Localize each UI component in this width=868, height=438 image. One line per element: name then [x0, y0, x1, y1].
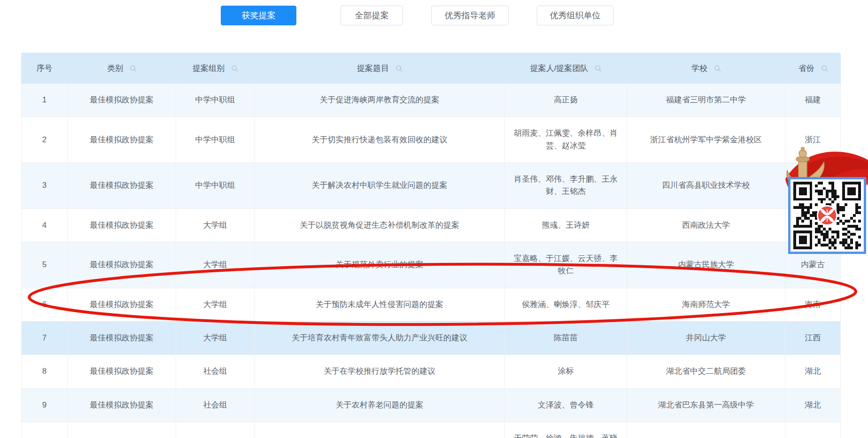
column-header: 序号: [21, 53, 68, 84]
table-cell: 8: [21, 355, 68, 388]
table-cell: 胡雨麦、江佩雯、余梓昂、肖芸、赵冰莹: [505, 117, 627, 163]
table-cell: 熊彧、王诗妍: [505, 209, 627, 242]
table-cell: 最佳模拟政协提案: [68, 209, 176, 242]
table-row: 8最佳模拟政协提案社会组关于在学校推行放学托管的建议涂标湖北省中交二航局团委湖北: [21, 355, 841, 388]
table-row: 6最佳模拟政协提案大学组关于预防未成年人性侵害问题的提案侯雅涵、喇焕淳、邹庆平海…: [21, 288, 841, 322]
table-cell: 侯雅涵、喇焕淳、邹庆平: [505, 288, 627, 322]
search-icon[interactable]: [130, 65, 137, 72]
table-header-row: 序号类别提案组别提案题目提案人/提案团队学校省份: [21, 53, 841, 84]
table-cell: 最佳模拟政协提案: [68, 84, 176, 117]
table-cell: 中学中职组: [176, 84, 255, 117]
table-cell: 浙江: [785, 422, 841, 438]
search-icon[interactable]: [395, 65, 403, 72]
table-cell: 大学组: [176, 242, 255, 288]
search-icon[interactable]: [714, 65, 721, 72]
table-cell: 7: [21, 322, 68, 355]
search-icon[interactable]: [595, 65, 602, 72]
table-cell: 湖北: [785, 389, 841, 422]
table-cell: 关于在学校推行放学托管的建议: [255, 355, 505, 388]
column-label: 提案人/提案团队: [530, 63, 589, 74]
table-row: 3最佳模拟政协提案中学中职组关于解决农村中职学生就业问题的提案肖圣伟、邓伟、李升…: [21, 163, 841, 209]
table-cell: 于莹莹、徐鸿、朱祖德、蒋晓倩: [505, 422, 627, 438]
table-row: 4最佳模拟政协提案大学组关于以脱贫视角促进生态补偿机制改革的提案熊彧、王诗妍西南…: [21, 209, 841, 242]
table-cell: 最佳模拟政协提案: [68, 242, 176, 288]
table-cell: 5: [21, 242, 68, 288]
table-cell: 6: [21, 288, 68, 322]
table-cell: 江西: [785, 322, 841, 355]
tab-bar: 获奖提案全部提案优秀指导老师优秀组织单位: [0, 6, 613, 25]
column-header: 学校: [627, 53, 785, 84]
table-cell: 西南政法大学: [627, 209, 785, 242]
column-label: 提案题目: [357, 63, 389, 74]
column-header: 省份: [785, 53, 841, 84]
table-cell: 2: [21, 117, 68, 163]
table-cell: 中学中职组: [176, 117, 255, 163]
table-cell: 浙江: [785, 117, 841, 163]
table-cell: 浙江省杭州学军中学紫金港校区: [627, 117, 785, 163]
column-label: 省份: [798, 63, 814, 74]
column-header: 提案人/提案团队: [505, 53, 627, 84]
table-cell: 肖圣伟、邓伟、李升鹏、王永财、王铭杰: [505, 163, 627, 209]
table-cell: 大学组: [176, 209, 255, 242]
search-icon[interactable]: [821, 65, 828, 72]
table-cell: 关于促进海峡两岸教育交流的提案: [255, 84, 505, 117]
table-cell: 关于农村养老问题的提案: [255, 389, 505, 422]
table-cell: 高正扬: [505, 84, 627, 117]
table-cell: 湖北省巴东县第一高级中学: [627, 389, 785, 422]
table-cell: 10: [21, 422, 68, 438]
table-cell: 9: [21, 389, 68, 422]
column-header: 提案题目: [255, 53, 505, 84]
tab-2[interactable]: 全部提案: [341, 6, 403, 25]
table-cell: 关于培育农村青年致富带头人助力产业兴旺的建议: [255, 322, 505, 355]
table-cell: 关于预防未成年人性侵害问题的提案: [255, 288, 505, 322]
table-cell: 福建省三明市第二中学: [627, 84, 785, 117]
search-icon[interactable]: [231, 65, 238, 72]
table-cell: 4: [21, 209, 68, 242]
table-cell: 大学组: [176, 288, 255, 322]
tab-3[interactable]: 优秀指导老师: [431, 6, 509, 25]
table-cell: 陈苗苗: [505, 322, 627, 355]
table-cell: 大学组: [176, 322, 255, 355]
table-body: 1最佳模拟政协提案中学中职组关于促进海峡两岸教育交流的提案高正扬福建省三明市第二…: [21, 84, 841, 438]
table-cell: 宝嘉略、于江媛、云天骄、李牧仁: [505, 242, 627, 288]
table-row: 7最佳模拟政协提案大学组关于培育农村青年致富带头人助力产业兴旺的建议陈苗苗井冈山…: [21, 322, 841, 355]
tab-4[interactable]: 优秀组织单位: [537, 6, 613, 25]
awards-table: 序号类别提案组别提案题目提案人/提案团队学校省份 1最佳模拟政协提案中学中职组关…: [21, 53, 841, 438]
table-cell: 社会组: [176, 355, 255, 388]
qr-code: [788, 177, 866, 254]
table-cell: 关于切实推行快递包装有效回收的建议: [255, 117, 505, 163]
table-cell: 最佳模拟政协提案: [68, 288, 176, 322]
column-label: 序号: [37, 63, 53, 74]
column-label: 提案组别: [193, 63, 225, 74]
table-cell: 关于规范外卖行业的提案: [255, 242, 505, 288]
table-cell: 涂标: [505, 355, 627, 388]
table-cell: 浙江省绍兴市柯桥区齐贤街道办事处: [627, 422, 785, 438]
table-cell: 最佳模拟政协提案: [68, 163, 176, 209]
table-cell: 福建: [785, 84, 841, 117]
table-cell: 1: [21, 84, 68, 117]
table-cell: 社会组: [176, 422, 255, 438]
table-cell: 海南: [785, 288, 841, 322]
table-cell: 海南师范大学: [627, 288, 785, 322]
tab-1[interactable]: 获奖提案: [221, 6, 296, 25]
table-cell: 湖北: [785, 355, 841, 388]
column-header: 提案组别: [176, 53, 255, 84]
table-cell: 最佳模拟政协提案: [68, 322, 176, 355]
table-cell: 最佳模拟政协提案: [68, 355, 176, 388]
table-cell: 最佳模拟政协提案: [68, 117, 176, 163]
table-cell: 关于以脱贫视角促进生态补偿机制改革的提案: [255, 209, 505, 242]
table-cell: 最佳模拟政协提案: [68, 422, 176, 438]
table-cell: 中学中职组: [176, 163, 255, 209]
table-cell: 3: [21, 163, 68, 209]
table-row: 1最佳模拟政协提案中学中职组关于促进海峡两岸教育交流的提案高正扬福建省三明市第二…: [21, 84, 841, 117]
table-cell: 关于鼓励优秀青年进入村干部队伍的建议: [255, 422, 505, 438]
table-cell: 四川省高县职业技术学校: [627, 163, 785, 209]
table-row: 2最佳模拟政协提案中学中职组关于切实推行快递包装有效回收的建议胡雨麦、江佩雯、余…: [21, 117, 841, 163]
table-row: 5最佳模拟政协提案大学组关于规范外卖行业的提案宝嘉略、于江媛、云天骄、李牧仁内蒙…: [21, 242, 841, 288]
table-row: 10最佳模拟政协提案社会组关于鼓励优秀青年进入村干部队伍的建议于莹莹、徐鸿、朱祖…: [21, 422, 841, 438]
column-header: 类别: [68, 53, 176, 84]
page: 获奖提案全部提案优秀指导老师优秀组织单位 序号类别提案组别提案题目提案人/提案团…: [0, 0, 868, 438]
table-cell: 湖北省中交二航局团委: [627, 355, 785, 388]
column-label: 类别: [107, 63, 123, 74]
table-row: 9最佳模拟政协提案社会组关于农村养老问题的提案文泽波、曾令锋湖北省巴东县第一高级…: [21, 389, 841, 422]
